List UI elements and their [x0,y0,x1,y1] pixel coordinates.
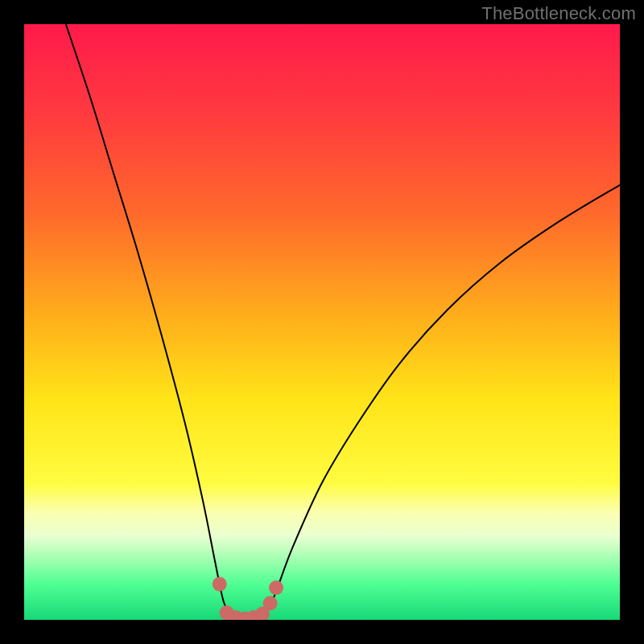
marker-dot [269,580,283,595]
optimal-band-markers [213,577,283,620]
marker-dot [213,577,227,592]
chart-frame: TheBottleneck.com [0,0,644,644]
marker-dot [263,596,278,610]
plot-area [24,24,620,620]
marker-layer [24,24,620,620]
watermark-text: TheBottleneck.com [481,3,636,24]
